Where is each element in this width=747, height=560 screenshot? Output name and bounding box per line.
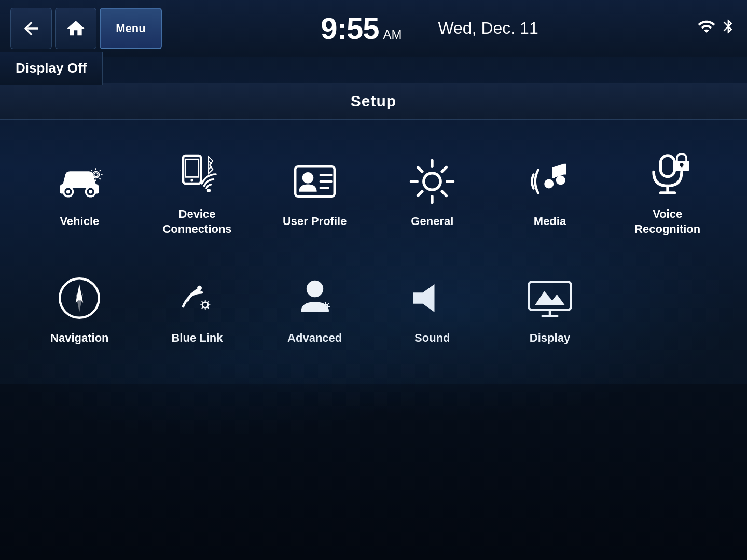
voice-recognition-label: VoiceRecognition (634, 207, 700, 236)
center-info: 9:55 AM Wed, Dec. 11 (162, 11, 697, 46)
general-icon (409, 158, 455, 205)
svg-point-13 (424, 173, 440, 190)
svg-rect-30 (529, 282, 571, 310)
menu-item-sound[interactable]: Sound (374, 252, 491, 369)
bluetooth-icon (720, 18, 737, 38)
media-label: Media (534, 214, 566, 229)
device-connections-label: DeviceConnections (162, 207, 231, 236)
menu-item-vehicle[interactable]: Vehicle (21, 135, 139, 252)
menu-item-advanced[interactable]: Advanced (256, 252, 374, 369)
user-profile-label: User Profile (283, 214, 347, 229)
sound-icon (409, 275, 455, 321)
menu-item-empty (608, 252, 726, 369)
advanced-label: Advanced (287, 331, 342, 346)
device-connections-icon (174, 151, 220, 198)
blue-link-icon (174, 275, 220, 321)
svg-point-26 (197, 286, 202, 290)
date-display: Wed, Dec. 11 (438, 19, 538, 38)
menu-item-blue-link[interactable]: Blue Link (139, 252, 256, 369)
content-area: Display Off Setup (0, 57, 747, 560)
sound-label: Sound (414, 331, 450, 346)
back-button[interactable] (10, 8, 52, 49)
home-button[interactable] (55, 8, 96, 49)
blue-link-label: Blue Link (171, 331, 223, 346)
nav-buttons: Menu (10, 8, 162, 49)
svg-rect-23 (681, 165, 682, 167)
svg-point-27 (202, 302, 208, 308)
time-ampm: AM (383, 27, 402, 42)
advanced-icon (292, 275, 338, 321)
user-profile-icon (292, 158, 338, 205)
svg-point-3 (89, 190, 92, 193)
svg-point-25 (77, 296, 82, 301)
svg-point-9 (302, 172, 313, 184)
navigation-icon (56, 275, 103, 321)
navigation-label: Navigation (50, 331, 108, 346)
wifi-icon (697, 17, 716, 39)
svg-rect-18 (660, 156, 674, 177)
general-label: General (411, 214, 453, 229)
media-icon (527, 158, 573, 205)
screen: Menu 9:55 AM Wed, Dec. 11 (0, 0, 747, 560)
time-date-row: 9:55 AM Wed, Dec. 11 (321, 11, 538, 46)
display-label: Display (530, 331, 570, 346)
svg-point-2 (66, 190, 70, 193)
menu-item-device-connections[interactable]: DeviceConnections (139, 135, 256, 252)
menu-item-voice-recognition[interactable]: VoiceRecognition (608, 135, 726, 252)
time-display: 9:55 AM (321, 11, 402, 46)
svg-point-6 (190, 179, 193, 181)
top-right-icons (697, 17, 737, 39)
vehicle-label: Vehicle (60, 214, 99, 229)
setup-bar: Setup (0, 83, 747, 120)
menu-item-media[interactable]: Media (491, 135, 609, 252)
display-icon (527, 275, 573, 321)
vehicle-icon (56, 158, 103, 205)
setup-title: Setup (351, 92, 396, 109)
time-value: 9:55 (321, 11, 379, 46)
top-bar: Menu 9:55 AM Wed, Dec. 11 (0, 0, 747, 57)
svg-point-28 (306, 281, 323, 297)
svg-point-15 (556, 176, 565, 185)
svg-point-14 (544, 179, 554, 189)
menu-item-general[interactable]: General (374, 135, 491, 252)
svg-rect-5 (185, 159, 198, 177)
menu-button[interactable]: Menu (100, 8, 162, 49)
display-off-button[interactable]: Display Off (0, 52, 103, 85)
voice-recognition-icon (644, 151, 691, 198)
menu-item-navigation[interactable]: Navigation (21, 252, 139, 369)
menu-item-display[interactable]: Display (491, 252, 609, 369)
menu-grid: Vehicle (0, 120, 747, 384)
svg-marker-31 (535, 291, 565, 305)
menu-item-user-profile[interactable]: User Profile (256, 135, 374, 252)
svg-point-7 (207, 189, 211, 192)
bottom-area (0, 384, 747, 560)
